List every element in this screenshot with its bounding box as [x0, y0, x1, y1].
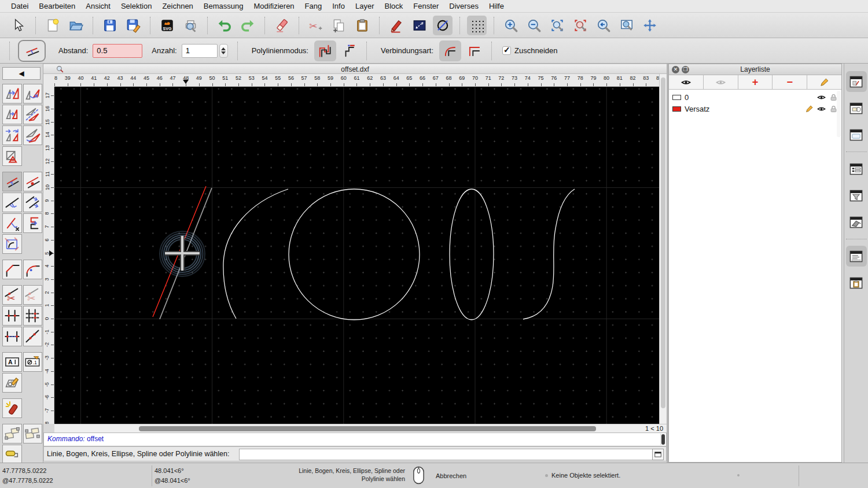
zoom-selection-button[interactable] [571, 16, 590, 35]
zoom-out-button[interactable] [524, 16, 544, 35]
new-file-button[interactable] [43, 16, 62, 35]
horizontal-scrollbar-thumb[interactable] [139, 426, 596, 431]
connection-round-button[interactable] [439, 40, 461, 61]
menu-item-info[interactable]: Info [327, 2, 350, 10]
copy-button[interactable] [329, 16, 349, 35]
tool-move-rotate[interactable] [2, 125, 22, 145]
zoom-previous-button[interactable] [594, 16, 613, 35]
dock-library-browser-button[interactable] [846, 124, 867, 145]
grid-toggle-button[interactable] [467, 16, 487, 35]
menu-item-hilfe[interactable]: Hilfe [484, 2, 509, 10]
menu-item-bemassung[interactable]: Bemassung [198, 2, 249, 10]
dock-layer-list-button[interactable] [846, 158, 867, 179]
menu-item-zeichnen[interactable]: Zeichnen [157, 2, 198, 10]
tool-block-edit[interactable] [2, 424, 22, 443]
tool-divide-3[interactable] [2, 327, 22, 346]
tool-divide[interactable] [2, 306, 22, 326]
vertical-scrollbar-thumb[interactable] [661, 77, 665, 408]
draw-pencil-button[interactable] [387, 16, 406, 35]
menu-item-modifizieren[interactable]: Modifizieren [249, 2, 300, 10]
tool-scale[interactable] [2, 146, 22, 166]
tool-bevel[interactable] [2, 260, 22, 279]
tool-paint-roller[interactable] [2, 445, 22, 463]
zoom-auto-button[interactable] [547, 16, 567, 35]
tool-cut-split[interactable]: ✂ [2, 285, 22, 305]
menu-item-diverses[interactable]: Diverses [444, 2, 484, 10]
dock-tool-options-button[interactable] [846, 71, 867, 92]
drawing-canvas[interactable] [54, 87, 659, 424]
cut-button[interactable]: ✂ [306, 16, 326, 35]
open-file-button[interactable] [66, 16, 86, 35]
tool-rotate[interactable] [23, 84, 43, 103]
layer-panel-scrollbar[interactable] [837, 91, 841, 137]
tool-mirror-move[interactable] [2, 105, 22, 124]
remove-layer-button[interactable]: − [773, 75, 807, 89]
layer-row-Versatz[interactable]: Versatz [669, 103, 841, 114]
menu-item-ansicht[interactable]: Ansicht [80, 2, 116, 10]
polyline-mode-segment-button[interactable] [339, 40, 361, 61]
circle-line-button[interactable] [433, 16, 453, 35]
tool-trim-two[interactable] [23, 193, 43, 212]
palette-back-button[interactable]: ◀ [2, 67, 41, 80]
dock-clipboard-panel-button[interactable] [846, 272, 867, 293]
connection-sharp-button[interactable] [464, 40, 486, 61]
eraser-button[interactable] [272, 16, 292, 35]
command-history[interactable]: Kommando: offset [43, 432, 667, 446]
command-window-button[interactable] [652, 449, 664, 460]
tool-lengthen[interactable] [2, 213, 22, 233]
dock-layer-filter-button[interactable] [846, 185, 867, 206]
save-as-button[interactable] [123, 16, 143, 35]
menu-item-block[interactable]: Block [379, 2, 408, 10]
tool-fillet[interactable] [23, 260, 43, 279]
menu-item-fenster[interactable]: Fenster [408, 2, 444, 10]
tool-block-edit-2[interactable] [23, 424, 43, 443]
layer-row-0[interactable]: 0 [669, 91, 841, 103]
layer-visibility-icon[interactable] [817, 105, 826, 113]
tool-mirror[interactable] [23, 105, 43, 124]
layer-visibility-icon[interactable] [817, 93, 826, 102]
anzahl-input[interactable] [182, 44, 218, 58]
layer-color-swatch[interactable] [672, 95, 681, 100]
cursor-tool-button[interactable] [9, 16, 28, 35]
command-history-scrollbar-thumb[interactable] [661, 434, 665, 445]
tool-text-edit[interactable]: A [2, 352, 22, 372]
tool-break[interactable] [23, 327, 43, 346]
polyline-mode-full-button[interactable] [314, 40, 336, 61]
menu-item-layer[interactable]: Layer [350, 2, 380, 10]
save-button[interactable] [100, 16, 120, 35]
document-titlebar[interactable]: offset.dxf [43, 64, 667, 74]
layer-color-swatch[interactable] [672, 106, 681, 112]
zoom-in-button[interactable] [501, 16, 521, 35]
pan-button[interactable] [640, 16, 660, 35]
zuschneiden-checkbox[interactable] [502, 46, 511, 55]
horizontal-scrollbar[interactable]: 1 < 10 [54, 424, 667, 432]
tool-dim-edit[interactable]: .1 [23, 352, 43, 372]
tool-trim[interactable] [2, 193, 22, 212]
menu-item-fang[interactable]: Fang [300, 2, 328, 10]
command-history-scrollbar[interactable] [660, 434, 665, 445]
offset-tool-indicator[interactable] [18, 40, 46, 62]
tool-explode[interactable] [2, 398, 22, 418]
dock-wall-view-button[interactable] [846, 212, 867, 232]
show-all-layers-button[interactable] [669, 75, 704, 89]
add-layer-button[interactable]: + [738, 75, 773, 89]
command-input[interactable] [239, 449, 653, 460]
tool-offset-point[interactable] [23, 172, 43, 191]
svg-export-button[interactable]: SVG [157, 16, 177, 35]
print-preview-button[interactable] [181, 16, 200, 35]
tool-divide-2[interactable] [23, 306, 43, 326]
dock-block-list-button[interactable] [846, 98, 867, 119]
circle-entity[interactable] [289, 189, 420, 320]
tool-rotate-two[interactable] [23, 125, 43, 145]
paste-button[interactable] [352, 16, 372, 35]
undo-button[interactable] [215, 16, 234, 35]
menu-item-selektion[interactable]: Selektion [116, 2, 157, 10]
menu-item-datei[interactable]: Datei [6, 2, 34, 10]
tool-clip[interactable] [2, 234, 22, 254]
abstand-input[interactable] [93, 44, 142, 58]
anzahl-stepper[interactable] [219, 44, 228, 58]
measure-distance-button[interactable] [410, 16, 429, 35]
layer-edit-icon[interactable] [805, 105, 814, 113]
edit-layer-button[interactable] [807, 75, 841, 89]
vertical-scrollbar[interactable] [659, 74, 667, 424]
